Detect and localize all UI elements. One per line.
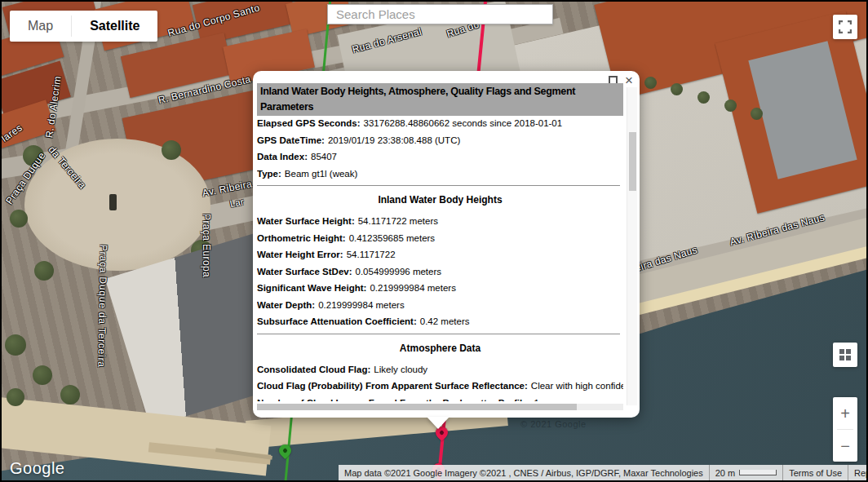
popup-title: Inland Water Body Heights, Atmosphere, Q… bbox=[257, 83, 623, 116]
google-logo[interactable]: Google bbox=[10, 459, 65, 478]
zoom-in-button[interactable]: + bbox=[833, 397, 857, 429]
zoom-control: + − bbox=[833, 397, 857, 462]
popup-row: Water Height Error:54.1171722 bbox=[257, 250, 623, 259]
popup-tail bbox=[427, 417, 450, 429]
popup-row: Cloud Flag (Probability) From Apparent S… bbox=[257, 381, 623, 391]
street-label-praca-europa: Praça Europa bbox=[201, 214, 212, 277]
zoom-out-button[interactable]: − bbox=[833, 430, 857, 462]
map-viewport: © 2021 Google Rua do Corpo Santo Rua do … bbox=[0, 0, 868, 482]
popup-row: Type:Beam gt1l (weak) bbox=[257, 169, 623, 179]
popup-horizontal-scrollbar[interactable] bbox=[257, 404, 623, 410]
popup-row: Water Depth:0.219999984 meters bbox=[257, 300, 623, 310]
popup-section-heading: Inland Water Body Heights bbox=[257, 194, 623, 206]
popup-separator bbox=[257, 185, 620, 186]
popup-horizontal-scrollbar-thumb[interactable] bbox=[257, 404, 577, 410]
scale-label: 20 m bbox=[715, 468, 735, 478]
terms-of-use-link[interactable]: Terms of Use bbox=[782, 465, 848, 480]
report-map-error-link[interactable]: Report a map error bbox=[848, 465, 868, 480]
popup-row: Data Index:85407 bbox=[257, 152, 623, 161]
scale-control: 20 m bbox=[709, 465, 782, 480]
tile-layers-button[interactable] bbox=[833, 343, 857, 367]
popup-row: GPS DateTime:2019/01/19 23:38:08.488 (UT… bbox=[257, 135, 623, 145]
popup-row: Consolidated Cloud Flag:Likely cloudy bbox=[257, 365, 623, 374]
map-data-attribution: Map data ©2021 Google Imagery ©2021 , CN… bbox=[339, 465, 709, 480]
data-popup: × Inland Water Body Heights, Atmosphere,… bbox=[253, 71, 640, 418]
map-button[interactable]: Map bbox=[10, 11, 71, 42]
popup-vertical-scrollbar-thumb[interactable] bbox=[629, 132, 636, 191]
popup-section-heading: Atmosphere Data bbox=[257, 343, 623, 354]
map-type-control: Map Satellite bbox=[10, 11, 157, 42]
popup-row: Orthometric Height:0.412359685 meters bbox=[257, 233, 623, 243]
fullscreen-icon bbox=[839, 20, 852, 33]
popup-row: Subsurface Attenuation Coefficient:0.42 … bbox=[257, 316, 623, 326]
popup-body: Elapsed GPS Seconds:33176288.48860662 se… bbox=[257, 118, 623, 401]
popup-row: Number of Cloud Layers Found From the Ba… bbox=[257, 398, 623, 402]
attribution-bar: Map data ©2021 Google Imagery ©2021 , CN… bbox=[339, 465, 866, 480]
popup-row: Water Surface StDev:0.054999996 meters bbox=[257, 267, 623, 276]
street-label-praca-duque-vertical: Praça Duque da Terceira bbox=[95, 245, 109, 368]
search-input[interactable] bbox=[327, 4, 553, 24]
popup-row: Elapsed GPS Seconds:33176288.48860662 se… bbox=[257, 118, 623, 128]
imagery-watermark: © 2021 Google bbox=[520, 419, 587, 429]
fullscreen-button[interactable] bbox=[833, 15, 857, 39]
popup-row: Significant Wave Height:0.219999984 mete… bbox=[257, 283, 623, 293]
popup-close-icon[interactable]: × bbox=[623, 72, 635, 89]
popup-vertical-scrollbar[interactable] bbox=[627, 87, 637, 405]
grid-icon bbox=[839, 349, 851, 360]
popup-separator bbox=[257, 334, 620, 334]
scale-ruler-icon bbox=[739, 470, 777, 475]
popup-row: Water Surface Height:54.1171722 meters bbox=[257, 216, 623, 226]
satellite-button[interactable]: Satellite bbox=[72, 11, 157, 42]
